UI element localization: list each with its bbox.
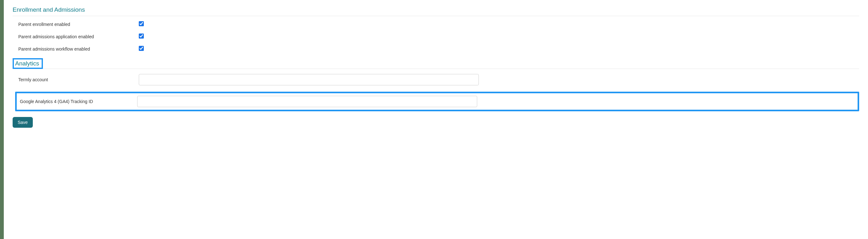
checkbox-parent-admissions-application[interactable] [139,33,144,38]
label-parent-admissions-application: Parent admissions application enabled [18,34,139,39]
sidebar-edge [0,0,4,239]
input-termly-account[interactable] [139,74,479,85]
label-parent-enrollment: Parent enrollment enabled [18,22,139,27]
analytics-divider [12,69,859,69]
row-ga4-tracking-id-highlight: Google Analytics 4 (GA4) Tracking ID [15,92,859,111]
control-wrap [139,21,859,27]
row-parent-admissions-application: Parent admissions application enabled [12,33,859,39]
content-area: Enrollment and Admissions Parent enrollm… [4,0,868,239]
input-ga4-tracking-id[interactable] [137,96,477,107]
row-parent-enrollment: Parent enrollment enabled [12,21,859,27]
checkbox-parent-enrollment[interactable] [139,21,144,26]
row-parent-admissions-workflow: Parent admissions workflow enabled [12,46,859,52]
control-wrap [139,74,859,85]
control-wrap [139,33,859,39]
label-termly-account: Termly account [18,77,139,82]
label-ga4-tracking-id: Google Analytics 4 (GA4) Tracking ID [19,99,137,104]
analytics-section: Analytics Termly account Google Analytic… [12,58,859,128]
checkbox-parent-admissions-workflow[interactable] [139,46,144,51]
control-wrap [137,96,855,107]
label-parent-admissions-workflow: Parent admissions workflow enabled [18,47,139,52]
page-root: Enrollment and Admissions Parent enrollm… [0,0,868,239]
analytics-section-header: Analytics [15,60,39,67]
control-wrap [139,46,859,52]
save-button[interactable]: Save [12,117,33,128]
row-termly-account: Termly account [12,74,859,85]
analytics-header-highlight: Analytics [12,58,43,69]
enrollment-section-header: Enrollment and Admissions [12,6,859,16]
